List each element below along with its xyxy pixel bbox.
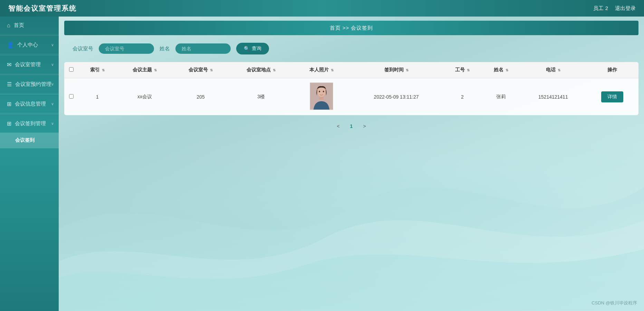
list-icon: ☰ — [7, 81, 12, 88]
row-checkin-time: 2022-05-09 13:11:27 — [349, 78, 443, 116]
sidebar-item-personal-label: 个人中心 — [17, 42, 38, 48]
search-button[interactable]: 🔍 查询 — [236, 43, 269, 54]
current-page: 1 — [347, 121, 356, 131]
current-user: 员工 2 — [593, 5, 608, 12]
breadcrumb-home[interactable]: 首页 — [330, 25, 341, 31]
sidebar-item-home-label: 首页 — [14, 22, 24, 29]
sort-time-icon[interactable]: ⇅ — [406, 68, 408, 72]
pagination: < 1 > — [59, 115, 644, 137]
row-checkbox-cell — [64, 78, 78, 116]
th-index: 索引 ⇅ — [78, 62, 117, 78]
breadcrumb-current: 会议签到 — [351, 25, 373, 31]
sidebar-subitem-checkin-label: 会议签到 — [15, 137, 35, 143]
person-icon: 👤 — [7, 42, 14, 48]
row-photo-cell — [294, 78, 349, 116]
header-right: 员工 2 退出登录 — [593, 5, 636, 12]
breadcrumb: 首页 >> 会议签到 — [64, 21, 638, 35]
th-checkin-time: 签到时间 ⇅ — [349, 62, 443, 78]
breadcrumb-separator: >> — [343, 25, 349, 31]
th-room-no: 会议室号 ⇅ — [173, 62, 229, 78]
prev-page-button[interactable]: < — [334, 121, 343, 131]
sidebar-item-info-label: 会议信息管理 — [15, 101, 46, 107]
detail-button[interactable]: 详情 — [601, 91, 623, 102]
sidebar-item-personal[interactable]: 👤 个人中心 ∨ — [0, 36, 59, 54]
row-action-cell: 详情 — [586, 78, 638, 116]
chevron-down-icon-5: ∨ — [51, 121, 54, 126]
room-search-input[interactable] — [99, 43, 154, 54]
sort-location-icon[interactable]: ⇅ — [273, 68, 276, 72]
sidebar-item-room-mgmt[interactable]: ✉ 会议室管理 ∨ — [0, 56, 59, 74]
next-page-button[interactable]: > — [360, 121, 369, 131]
chevron-down-icon-2: ∨ — [51, 62, 54, 67]
th-name: 姓名 ⇅ — [482, 62, 520, 78]
room-search-label: 会议室号 — [73, 46, 93, 52]
sort-room-icon[interactable]: ⇅ — [210, 68, 213, 72]
svg-point-2 — [317, 88, 325, 97]
row-index: 1 — [78, 78, 117, 116]
name-search-label: 姓名 — [160, 46, 170, 52]
th-action: 操作 — [586, 62, 638, 78]
select-all-checkbox[interactable] — [69, 67, 74, 72]
sidebar: ⌂ 首页 👤 个人中心 ∨ ✉ 会议室管理 ∨ ☰ 会议室预约管理 ∨ ⊞ 会议… — [0, 17, 59, 311]
sidebar-item-reservation[interactable]: ☰ 会议室预约管理 ∨ — [0, 76, 59, 93]
chevron-down-icon-3: ∨ — [51, 82, 54, 87]
main-content: 首页 >> 会议签到 会议室号 姓名 🔍 查询 — [59, 17, 644, 311]
row-topic: xx会议 — [117, 78, 173, 116]
send-icon: ✉ — [7, 61, 11, 68]
grid-icon-2: ⊞ — [7, 120, 11, 127]
table-row: 1 xx会议 205 3楼 — [64, 78, 638, 116]
search-bar: 会议室号 姓名 🔍 查询 — [59, 35, 644, 62]
sort-empid-icon[interactable]: ⇅ — [467, 68, 470, 72]
row-location: 3楼 — [229, 78, 294, 116]
person-photo — [310, 82, 333, 110]
sidebar-item-home[interactable]: ⌂ 首页 — [0, 17, 59, 34]
svg-point-4 — [323, 91, 324, 92]
sort-index-icon[interactable]: ⇅ — [102, 68, 105, 72]
home-icon: ⌂ — [7, 22, 10, 29]
th-employee-id: 工号 ⇅ — [443, 62, 482, 78]
row-phone: 15214121411 — [520, 78, 586, 116]
breadcrumb-text: 首页 >> 会议签到 — [330, 25, 373, 31]
sidebar-item-reservation-label: 会议室预约管理 — [15, 81, 51, 88]
th-checkbox — [64, 62, 78, 78]
header: 智能会议室管理系统 员工 2 退出登录 — [0, 0, 644, 17]
search-icon: 🔍 — [244, 46, 250, 51]
checkin-table: 索引 ⇅ 会议主题 ⇅ 会议室号 ⇅ 会议室地点 — [64, 62, 638, 115]
app-title: 智能会议室管理系统 — [8, 4, 77, 13]
grid-icon: ⊞ — [7, 101, 11, 107]
sidebar-item-info-mgmt[interactable]: ⊞ 会议信息管理 ∨ — [0, 95, 59, 113]
th-topic: 会议主题 ⇅ — [117, 62, 173, 78]
sort-topic-icon[interactable]: ⇅ — [154, 68, 157, 72]
row-name: 张莉 — [482, 78, 520, 116]
layout: ⌂ 首页 👤 个人中心 ∨ ✉ 会议室管理 ∨ ☰ 会议室预约管理 ∨ ⊞ 会议… — [0, 17, 644, 311]
search-btn-label: 查询 — [252, 46, 261, 52]
row-checkbox[interactable] — [69, 94, 74, 99]
chevron-down-icon: ∨ — [51, 43, 54, 47]
sidebar-item-room-label: 会议室管理 — [15, 61, 41, 68]
sidebar-item-checkin-mgmt[interactable]: ⊞ 会议签到管理 ∨ — [0, 115, 59, 133]
row-room-no: 205 — [173, 78, 229, 116]
sort-phone-icon[interactable]: ⇅ — [558, 68, 560, 72]
th-location: 会议室地点 ⇅ — [229, 62, 294, 78]
logout-button[interactable]: 退出登录 — [615, 5, 636, 12]
data-table-container: 索引 ⇅ 会议主题 ⇅ 会议室号 ⇅ 会议室地点 — [64, 62, 638, 115]
th-photo: 本人照片 ⇅ — [294, 62, 349, 78]
sort-photo-icon[interactable]: ⇅ — [331, 68, 334, 72]
sidebar-subitem-checkin[interactable]: 会议签到 — [0, 133, 59, 148]
sort-name-icon[interactable]: ⇅ — [506, 68, 508, 72]
svg-point-3 — [319, 91, 320, 92]
name-search-input[interactable] — [175, 43, 231, 54]
watermark: CSDN @铁川毕设程序 — [592, 300, 637, 306]
chevron-down-icon-4: ∨ — [51, 102, 54, 106]
svg-rect-5 — [319, 97, 324, 100]
row-employee-id: 2 — [443, 78, 482, 116]
th-phone: 电话 ⇅ — [520, 62, 586, 78]
sidebar-item-checkin-mgmt-label: 会议签到管理 — [15, 120, 46, 127]
table-header-row: 索引 ⇅ 会议主题 ⇅ 会议室号 ⇅ 会议室地点 — [64, 62, 638, 78]
